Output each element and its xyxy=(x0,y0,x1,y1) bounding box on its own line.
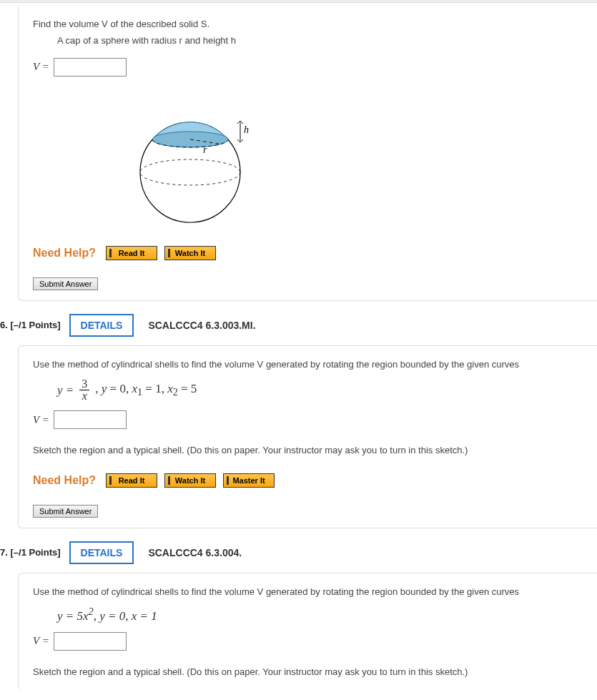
q6-header: 6. [–/1 Points] DETAILS SCALCCC4 6.3.003… xyxy=(0,314,597,337)
q7-answer-row: V = xyxy=(33,632,583,651)
q5-answer-row: V = xyxy=(33,58,583,77)
q6-submit-row: Submit Answer xyxy=(33,505,583,518)
q7-sketch-note: Sketch the region and a typical shell. (… xyxy=(33,664,583,680)
svg-line-6 xyxy=(240,121,243,124)
q5-prompt: Find the volume V of the described solid… xyxy=(33,16,583,32)
q6-help-row: Need Help? Read It Watch It Master It xyxy=(33,473,583,488)
q6-number: 6. [–/1 Points] xyxy=(0,320,61,330)
q6-answer-row: V = xyxy=(33,410,583,429)
details-button[interactable]: DETAILS xyxy=(69,541,134,564)
watch-it-button[interactable]: Watch It xyxy=(164,246,216,260)
q6-equation: y = 3 x , y = 0, x1 = 1, x2 = 5 xyxy=(57,378,583,402)
q5-prompt-sub: A cap of a sphere with radius r and heig… xyxy=(57,32,583,49)
q7-reference: SCALCCC4 6.3.004. xyxy=(148,547,242,558)
q6-prompt: Use the method of cylindrical shells to … xyxy=(33,356,583,373)
q5-submit-row: Submit Answer xyxy=(33,277,583,290)
svg-line-5 xyxy=(237,121,240,124)
q7-header: 7. [–/1 Points] DETAILS SCALCCC4 6.3.004… xyxy=(0,541,597,564)
question-5-block: Find the volume V of the described solid… xyxy=(18,6,597,301)
read-it-button[interactable]: Read It xyxy=(106,473,157,488)
sphere-cap-svg: r h xyxy=(126,87,269,230)
sphere-cap-diagram: r h xyxy=(126,87,583,232)
q6-sketch-note: Sketch the region and a typical shell. (… xyxy=(33,442,583,458)
q5-help-row: Need Help? Read It Watch It xyxy=(33,246,583,260)
q5-answer-input[interactable] xyxy=(54,58,127,77)
q7-var-label: V = xyxy=(33,635,49,647)
submit-answer-button[interactable]: Submit Answer xyxy=(33,505,98,518)
submit-answer-button[interactable]: Submit Answer xyxy=(33,277,98,290)
details-button[interactable]: DETAILS xyxy=(69,314,134,337)
q7-number: 7. [–/1 Points] xyxy=(0,547,61,558)
q6-var-label: V = xyxy=(33,414,49,426)
svg-line-7 xyxy=(237,139,240,142)
need-help-label: Need Help? xyxy=(33,247,96,260)
question-6-block: Use the method of cylindrical shells to … xyxy=(18,345,597,528)
q7-prompt: Use the method of cylindrical shells to … xyxy=(33,583,583,600)
fraction: 3 x xyxy=(79,378,89,402)
svg-line-8 xyxy=(240,139,243,142)
r-label: r xyxy=(203,144,207,155)
q7-answer-input[interactable] xyxy=(54,632,127,651)
q5-var-label: V = xyxy=(33,61,49,73)
q6-eq-rest: , y = 0, x1 = 1, x2 = 5 xyxy=(95,382,197,398)
svg-point-1 xyxy=(140,159,240,185)
top-bar xyxy=(0,0,597,3)
need-help-label: Need Help? xyxy=(33,474,96,487)
question-7-block: Use the method of cylindrical shells to … xyxy=(18,573,597,690)
read-it-button[interactable]: Read It xyxy=(106,246,157,260)
master-it-button[interactable]: Master It xyxy=(223,473,275,488)
q5-prompt-main: Find the volume V of the described solid… xyxy=(33,19,209,29)
h-label: h xyxy=(244,124,249,135)
q6-answer-input[interactable] xyxy=(54,410,127,429)
q6-reference: SCALCCC4 6.3.003.MI. xyxy=(148,320,255,331)
watch-it-button[interactable]: Watch It xyxy=(164,473,216,488)
q7-eq-text: y = 5x2, y = 0, x = 1 xyxy=(57,606,157,623)
q7-equation: y = 5x2, y = 0, x = 1 xyxy=(57,606,583,623)
